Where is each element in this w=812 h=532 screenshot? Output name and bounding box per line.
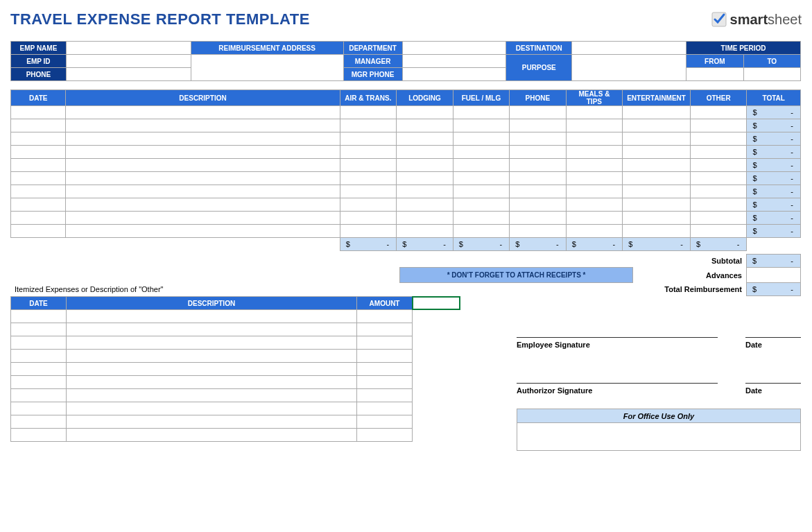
expense-air[interactable]	[340, 185, 397, 198]
itemized-amount[interactable]	[357, 415, 413, 429]
itemized-date[interactable]	[11, 402, 67, 415]
expense-meals[interactable]	[566, 212, 622, 225]
employee-signature-line[interactable]	[517, 324, 718, 338]
expense-meals[interactable]	[566, 132, 622, 146]
itemized-desc[interactable]	[66, 310, 356, 323]
expense-phone[interactable]	[510, 119, 567, 132]
expense-phone[interactable]	[510, 146, 567, 159]
expense-ent[interactable]	[623, 225, 691, 238]
expense-date[interactable]	[11, 212, 66, 225]
expense-fuel[interactable]	[453, 119, 509, 132]
input-phone[interactable]	[66, 68, 191, 81]
expense-lodging[interactable]	[397, 185, 453, 198]
expense-date[interactable]	[11, 146, 66, 159]
input-mgr-phone[interactable]	[402, 68, 506, 81]
expense-date[interactable]	[11, 159, 66, 172]
itemized-date[interactable]	[11, 363, 67, 376]
itemized-date[interactable]	[11, 350, 67, 363]
expense-ent[interactable]	[623, 198, 691, 212]
itemized-amount[interactable]	[357, 389, 413, 402]
itemized-desc[interactable]	[66, 336, 356, 350]
input-from[interactable]	[686, 68, 743, 81]
expense-other[interactable]	[690, 132, 746, 146]
expense-air[interactable]	[340, 225, 397, 238]
expense-fuel[interactable]	[453, 146, 509, 159]
expense-date[interactable]	[11, 225, 66, 238]
input-department[interactable]	[402, 42, 506, 55]
expense-other[interactable]	[690, 185, 746, 198]
itemized-amount[interactable]	[357, 310, 413, 323]
expense-ent[interactable]	[623, 212, 691, 225]
itemized-date[interactable]	[11, 310, 67, 323]
expense-ent[interactable]	[623, 172, 691, 185]
expense-lodging[interactable]	[397, 106, 453, 119]
expense-desc[interactable]	[66, 106, 340, 119]
authorizor-signature-line[interactable]	[517, 370, 718, 384]
expense-desc[interactable]	[66, 146, 340, 159]
employee-date-line[interactable]	[745, 324, 801, 338]
itemized-date[interactable]	[11, 323, 67, 336]
expense-date[interactable]	[11, 106, 66, 119]
expense-air[interactable]	[340, 146, 397, 159]
expense-ent[interactable]	[623, 119, 691, 132]
itemized-date[interactable]	[11, 415, 67, 429]
expense-date[interactable]	[11, 132, 66, 146]
expense-meals[interactable]	[566, 172, 622, 185]
expense-lodging[interactable]	[397, 119, 453, 132]
itemized-desc[interactable]	[66, 376, 356, 389]
expense-phone[interactable]	[510, 172, 567, 185]
expense-desc[interactable]	[66, 159, 340, 172]
expense-air[interactable]	[340, 198, 397, 212]
expense-meals[interactable]	[566, 146, 622, 159]
expense-phone[interactable]	[510, 132, 567, 146]
itemized-date[interactable]	[11, 429, 67, 442]
input-emp-name[interactable]	[66, 42, 191, 55]
itemized-desc[interactable]	[66, 402, 356, 415]
expense-phone[interactable]	[510, 225, 567, 238]
advances-value[interactable]	[746, 268, 800, 283]
expense-air[interactable]	[340, 119, 397, 132]
expense-ent[interactable]	[623, 185, 691, 198]
expense-date[interactable]	[11, 119, 66, 132]
itemized-date[interactable]	[11, 336, 67, 350]
itemized-desc[interactable]	[66, 429, 356, 442]
expense-ent[interactable]	[623, 146, 691, 159]
expense-lodging[interactable]	[397, 132, 453, 146]
expense-air[interactable]	[340, 159, 397, 172]
expense-fuel[interactable]	[453, 159, 509, 172]
expense-lodging[interactable]	[397, 225, 453, 238]
expense-lodging[interactable]	[397, 198, 453, 212]
expense-fuel[interactable]	[453, 132, 509, 146]
expense-other[interactable]	[690, 159, 746, 172]
expense-other[interactable]	[690, 198, 746, 212]
expense-air[interactable]	[340, 106, 397, 119]
expense-air[interactable]	[340, 172, 397, 185]
expense-desc[interactable]	[66, 132, 340, 146]
expense-fuel[interactable]	[453, 212, 509, 225]
input-destination[interactable]	[572, 42, 686, 55]
itemized-date[interactable]	[11, 389, 67, 402]
itemized-amount[interactable]	[357, 350, 413, 363]
expense-meals[interactable]	[566, 225, 622, 238]
expense-fuel[interactable]	[453, 172, 509, 185]
expense-meals[interactable]	[566, 185, 622, 198]
expense-meals[interactable]	[566, 159, 622, 172]
itemized-desc[interactable]	[66, 350, 356, 363]
expense-phone[interactable]	[510, 212, 567, 225]
expense-phone[interactable]	[510, 185, 567, 198]
expense-desc[interactable]	[66, 172, 340, 185]
expense-fuel[interactable]	[453, 185, 509, 198]
itemized-desc[interactable]	[66, 389, 356, 402]
expense-other[interactable]	[690, 106, 746, 119]
expense-meals[interactable]	[566, 119, 622, 132]
expense-meals[interactable]	[566, 198, 622, 212]
expense-air[interactable]	[340, 212, 397, 225]
itemized-amount[interactable]	[357, 429, 413, 442]
input-to[interactable]	[743, 68, 800, 81]
expense-desc[interactable]	[66, 119, 340, 132]
active-cell-cursor[interactable]	[412, 296, 460, 310]
expense-desc[interactable]	[66, 198, 340, 212]
expense-phone[interactable]	[510, 198, 567, 212]
expense-meals[interactable]	[566, 106, 622, 119]
expense-ent[interactable]	[623, 132, 691, 146]
